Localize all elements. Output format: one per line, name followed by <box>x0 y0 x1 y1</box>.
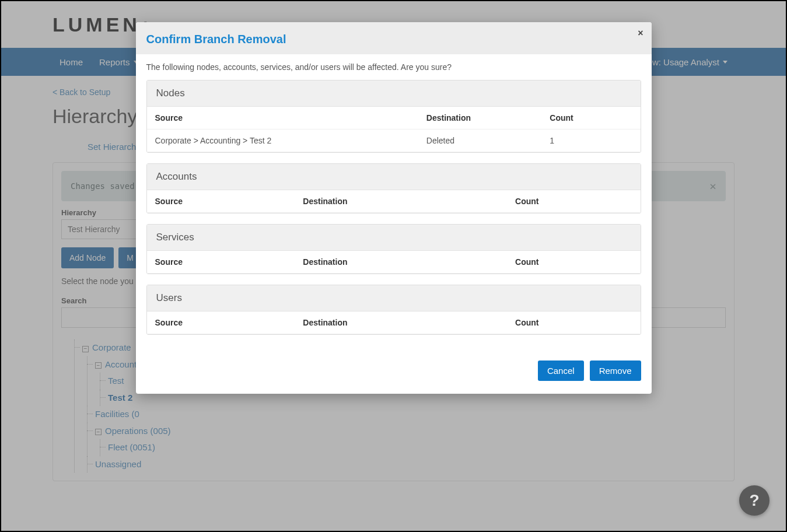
th-destination: Destination <box>418 107 542 130</box>
section-nodes: Nodes Source Destination Count Corporate… <box>146 80 641 153</box>
users-table: Source Destination Count <box>147 312 641 334</box>
table-row: Corporate > Accounting > Test 2 Deleted … <box>147 130 641 152</box>
th-source: Source <box>147 312 295 334</box>
th-destination: Destination <box>295 251 507 274</box>
th-count: Count <box>541 107 640 130</box>
services-table: Source Destination Count <box>147 251 641 274</box>
th-count: Count <box>507 312 640 334</box>
modal-header: Confirm Branch Removal × <box>136 22 652 54</box>
accounts-table: Source Destination Count <box>147 190 641 213</box>
modal-message: The following nodes, accounts, services,… <box>146 62 641 72</box>
section-accounts: Accounts Source Destination Count <box>146 163 641 214</box>
th-count: Count <box>507 251 640 274</box>
section-services-title: Services <box>147 225 641 251</box>
nodes-table: Source Destination Count Corporate > Acc… <box>147 107 641 152</box>
th-source: Source <box>147 107 418 130</box>
section-accounts-title: Accounts <box>147 164 641 190</box>
th-source: Source <box>147 251 295 274</box>
section-services: Services Source Destination Count <box>146 224 641 274</box>
section-nodes-title: Nodes <box>147 80 641 107</box>
modal-overlay: Confirm Branch Removal × The following n… <box>1 1 786 531</box>
remove-button[interactable]: Remove <box>590 360 641 381</box>
th-source: Source <box>147 190 295 213</box>
modal-title: Confirm Branch Removal <box>146 33 641 46</box>
cell-count: 1 <box>541 130 640 152</box>
section-users-title: Users <box>147 285 641 312</box>
help-button[interactable]: ? <box>739 485 769 516</box>
th-count: Count <box>507 190 640 213</box>
section-users: Users Source Destination Count <box>146 285 641 335</box>
th-destination: Destination <box>295 190 507 213</box>
cell-source: Corporate > Accounting > Test 2 <box>147 130 418 152</box>
modal-body: The following nodes, accounts, services,… <box>136 54 652 351</box>
cancel-button[interactable]: Cancel <box>538 360 584 381</box>
th-destination: Destination <box>295 312 507 334</box>
cell-destination: Deleted <box>418 130 542 152</box>
confirm-branch-removal-modal: Confirm Branch Removal × The following n… <box>136 22 652 394</box>
modal-footer: Cancel Remove <box>136 351 652 394</box>
close-icon[interactable]: × <box>638 28 643 38</box>
